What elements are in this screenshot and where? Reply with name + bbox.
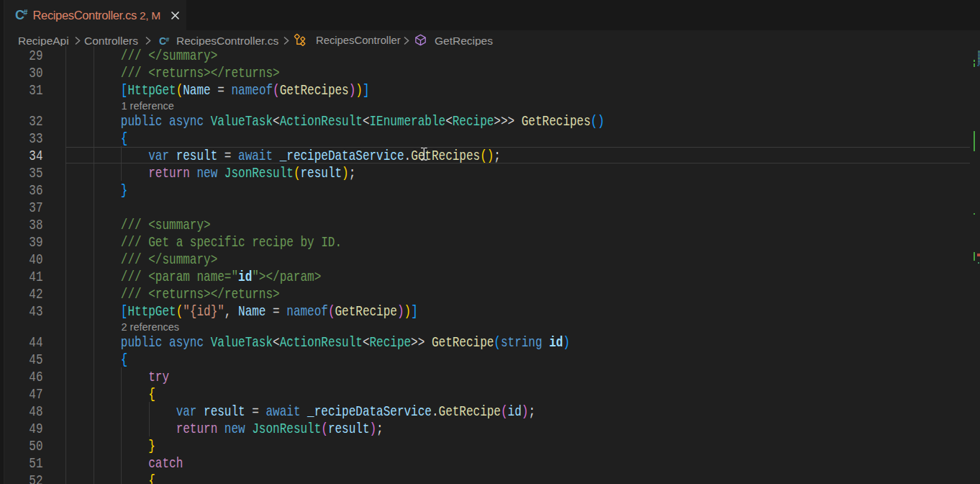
svg-text:#: # xyxy=(166,36,170,43)
svg-text:#: # xyxy=(24,8,28,17)
